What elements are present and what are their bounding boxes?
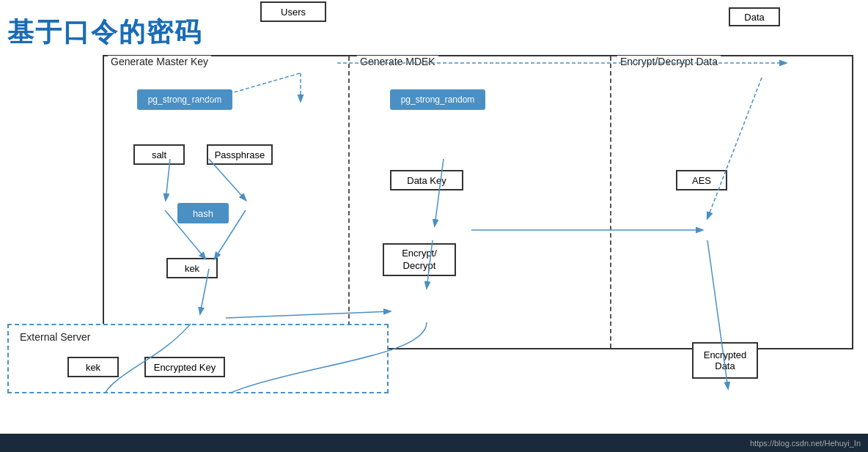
gmdek-encdec-box: Encrypt/ Decrypt	[383, 243, 456, 276]
encrypted-data-box: Encrypted Data	[692, 342, 758, 379]
users-box: Users	[260, 1, 326, 22]
gmdek-label: Generate MDEK	[357, 56, 438, 67]
gmk-salt-box: salt	[133, 144, 185, 165]
main-border: Generate Master Key Generate MDEK Encryp…	[103, 55, 853, 349]
gmk-kek-box: kek	[166, 258, 218, 278]
gmk-label: Generate Master Key	[108, 56, 211, 67]
enc-aes-box: AES	[676, 170, 727, 190]
ext-enckey-box: Encrypted Key	[144, 357, 225, 377]
external-server-label: External Server	[20, 331, 90, 343]
gmk-hash-box: hash	[177, 203, 229, 223]
external-server: External Server kek Encrypted Key	[7, 324, 389, 393]
divider-1	[348, 56, 350, 348]
gmk-pg-strong-box: pg_strong_random	[137, 89, 232, 110]
enc-label: Encrypt/Decrypt Data	[617, 56, 721, 67]
gmk-passphrase-box: Passphrase	[207, 144, 273, 165]
gmdek-pg-strong-box: pg_strong_random	[390, 89, 485, 110]
footer-url: https://blog.csdn.net/Hehuyi_In	[750, 439, 861, 448]
ext-kek-box: kek	[67, 357, 119, 377]
divider-2	[610, 56, 611, 348]
dark-footer: https://blog.csdn.net/Hehuyi_In	[0, 434, 868, 452]
main-content: 基于口令的密码 Users Data Generate Master Key G…	[0, 0, 868, 452]
gmdek-datakey-box: Data Key	[390, 170, 463, 190]
data-box-top: Data	[729, 7, 780, 26]
diagram-area: Generate Master Key Generate MDEK Encryp…	[7, 51, 861, 393]
title-chinese: 基于口令的密码	[7, 15, 202, 51]
